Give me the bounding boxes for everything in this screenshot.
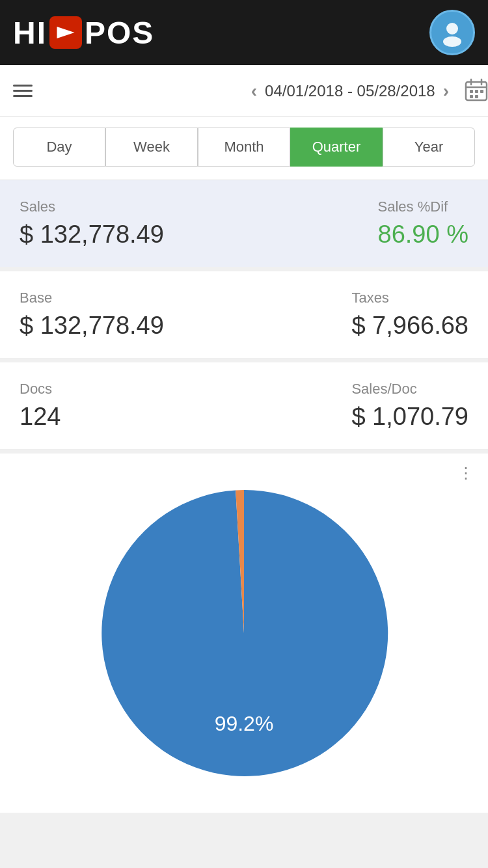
tab-week[interactable]: Week [105,128,198,167]
base-taxes-card: Base $ 132,778.49 Taxes $ 7,966.68 [0,271,488,359]
sales-per-doc-stat: Sales/Doc $ 1,070.79 [351,381,468,431]
base-stat: Base $ 132,778.49 [20,290,164,340]
tab-year[interactable]: Year [383,128,475,167]
svg-rect-7 [470,90,473,93]
date-range-text: 04/01/2018 - 05/28/2018 [265,82,435,100]
docs-card: Docs 124 Sales/Doc $ 1,070.79 [0,362,488,450]
svg-marker-0 [57,27,75,38]
docs-label: Docs [20,381,61,398]
sales-per-doc-label: Sales/Doc [351,381,468,398]
logo-pos: POS [85,15,154,51]
tab-quarter[interactable]: Quarter [290,128,383,167]
base-label: Base [20,290,164,306]
date-nav-bar: ‹ 04/01/2018 - 05/28/2018 › [0,65,488,117]
tab-month[interactable]: Month [198,128,290,167]
menu-button[interactable] [13,81,33,100]
logo-hi: HI [13,15,47,51]
sales-label: Sales [20,198,164,215]
svg-rect-8 [475,90,478,93]
svg-point-1 [446,23,458,34]
chart-more-button[interactable]: ⋮ [458,464,475,482]
base-value: $ 132,778.49 [20,312,164,340]
chart-section: ⋮ 99.2% [0,454,488,813]
pie-chart-container: 99.2% [13,464,475,802]
sales-value: $ 132,778.49 [20,221,164,249]
svg-point-2 [443,36,461,47]
taxes-label: Taxes [351,290,468,306]
logo-icon [49,16,82,49]
pie-label: 99.2% [215,712,274,735]
next-date-button[interactable]: › [443,81,449,102]
docs-stat: Docs 124 [20,381,61,431]
sales-pct-label: Sales %Dif [378,198,468,215]
calendar-icon[interactable] [465,78,488,104]
date-range-display: ‹ 04/01/2018 - 05/28/2018 › [251,81,449,102]
pie-chart: 99.2% [88,477,400,789]
tab-day[interactable]: Day [13,128,105,167]
sales-stat: Sales $ 132,778.49 [20,198,164,249]
sales-per-doc-value: $ 1,070.79 [351,403,468,431]
svg-rect-11 [475,95,478,98]
sales-pct-value: 86.90 % [378,221,468,249]
app-logo: HI POS [13,15,154,51]
svg-rect-10 [470,95,473,98]
svg-rect-9 [480,90,483,93]
prev-date-button[interactable]: ‹ [251,81,257,102]
app-header: HI POS [0,0,488,65]
period-tabs-container: Day Week Month Quarter Year [0,117,488,180]
sales-summary-card: Sales $ 132,778.49 Sales %Dif 86.90 % [0,180,488,267]
user-avatar-button[interactable] [429,10,475,55]
taxes-value: $ 7,966.68 [351,312,468,340]
taxes-stat: Taxes $ 7,966.68 [351,290,468,340]
docs-value: 124 [20,403,61,431]
sales-pct-stat: Sales %Dif 86.90 % [378,198,468,249]
